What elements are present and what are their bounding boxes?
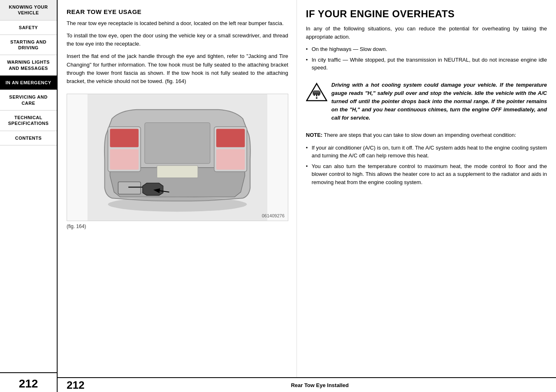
left-para-2: To install the tow eye, open the door us… [67, 32, 288, 48]
additional-bullet-list: If your air conditioner (A/C) is on, tur… [306, 144, 547, 187]
note-section: NOTE: There are steps that you can take … [306, 131, 547, 139]
svg-point-15 [313, 94, 315, 96]
svg-rect-8 [157, 166, 198, 178]
sidebar-item-knowing-your-vehicle[interactable]: KNOWING YOUR VEHICLE [0, 0, 57, 21]
sidebar-item-in-an-emergency[interactable]: IN AN EMERGENCY [0, 76, 57, 90]
figure-caption: (fig. 164) [67, 224, 288, 229]
svg-rect-3 [110, 149, 139, 170]
left-section-title: REAR TOW EYE USAGE [67, 8, 288, 15]
sidebar: KNOWING YOUR VEHICLE SAFETY STARTING AND… [0, 0, 58, 392]
left-para-1: The rear tow eye receptacle is located b… [67, 19, 288, 28]
car-rear-illustration [67, 94, 288, 221]
main-content: REAR TOW EYE USAGE The rear tow eye rece… [58, 0, 556, 392]
bottom-bar: 212 Rear Tow Eye Installed [58, 377, 556, 392]
bullet-item-1: On the highways — Slow down. [306, 45, 547, 53]
bottom-caption: Rear Tow Eye Installed [93, 382, 547, 388]
svg-rect-9 [118, 182, 141, 194]
sidebar-item-warning-lights-and-messages[interactable]: WARNING LIGHTS AND MESSAGES [0, 55, 57, 76]
main-bullet-list: On the highways — Slow down. In city tra… [306, 45, 547, 72]
right-section-title: IF YOUR ENGINE OVERHEATS [306, 8, 547, 20]
svg-rect-2 [110, 129, 139, 147]
page-number: 212 [67, 380, 84, 390]
figure-number-badge: 061409276 [262, 213, 285, 218]
sidebar-item-technical-specifications[interactable]: TECHNICAL SPECIFICATIONS [0, 111, 57, 131]
svg-rect-14 [313, 90, 319, 93]
svg-point-16 [318, 94, 320, 96]
sidebar-item-safety[interactable]: SAFETY [0, 21, 57, 35]
sidebar-item-servicing-and-care[interactable]: SERVICING AND CARE [0, 90, 57, 111]
additional-bullet-2: You can also turn the temperature contro… [306, 162, 547, 187]
svg-point-10 [108, 197, 247, 212]
left-para-3: Insert the flat end of the jack handle t… [67, 52, 288, 85]
figure-164: 061409276 [67, 94, 288, 221]
additional-bullet-1: If your air conditioner (A/C) is on, tur… [306, 144, 547, 160]
svg-rect-6 [216, 149, 245, 170]
left-column: REAR TOW EYE USAGE The rear tow eye rece… [58, 0, 297, 377]
note-text: There are steps that you can take to slo… [322, 132, 516, 138]
svg-rect-5 [216, 129, 245, 147]
warning-icon: ! [306, 82, 327, 104]
sidebar-page-number: 212 [0, 372, 57, 392]
sidebar-item-contents[interactable]: CONTENTS [0, 131, 57, 145]
svg-rect-7 [145, 123, 210, 164]
bullet-item-2: In city traffic — While stopped, put the… [306, 56, 547, 72]
right-intro: In any of the following situations, you … [306, 25, 547, 41]
warning-box: ! Driving with a hot cooling system coul… [306, 77, 547, 127]
right-column: IF YOUR ENGINE OVERHEATS In any of the f… [297, 0, 556, 377]
note-label: NOTE: [306, 132, 322, 138]
warning-text: Driving with a hot cooling system could … [331, 81, 547, 122]
content-area: REAR TOW EYE USAGE The rear tow eye rece… [58, 0, 556, 377]
sidebar-item-starting-and-driving[interactable]: STARTING AND DRIVING [0, 35, 57, 55]
